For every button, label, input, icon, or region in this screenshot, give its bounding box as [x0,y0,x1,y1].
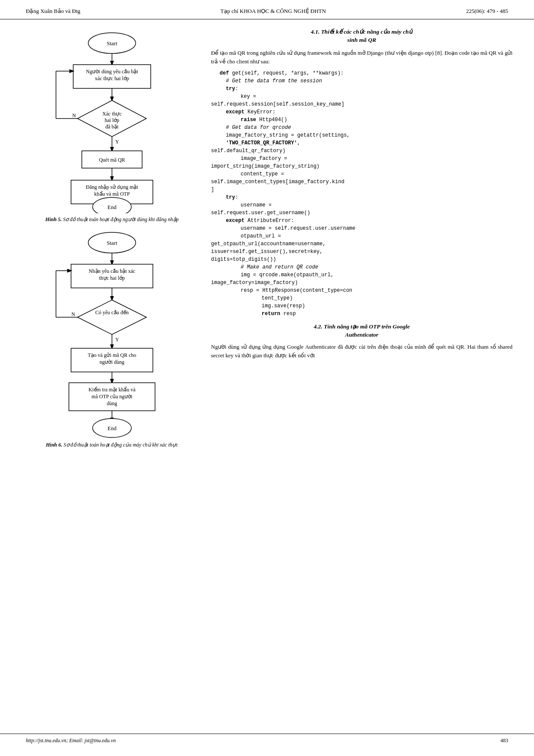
code-line-24: issuer=self.get_issuer(),secret=key, [211,248,512,256]
section42-body: Người dùng sử dụng ứng dụng Google Authe… [211,343,512,360]
code-line-2: # Get the data from the session [211,77,512,85]
svg-text:N: N [72,112,76,119]
code-line-27: img = qrcode.make(otpauth_url, [211,271,512,279]
svg-text:Y: Y [115,139,119,145]
code-line-9: image_factory_string = getattr(settings, [211,131,512,139]
svg-text:thực hai lớp: thực hai lớp [99,275,125,281]
svg-text:Quét mã QR: Quét mã QR [99,157,125,163]
section41-title: 4.1. Thiết kế các chức năng của máy chủ … [211,28,512,44]
svg-text:dùng: dùng [107,400,117,406]
code-line-8: # Get data for qrcode [211,124,512,131]
code-line-29: resp = HttpResponse(content_type=con [211,287,512,294]
page: Đặng Xuân Bảo và Đtg Tạp chí KHOA HỌC & … [0,0,534,756]
code-line-15: self.image_content_types[image_factory.k… [211,178,512,186]
svg-text:Start: Start [107,40,118,47]
code-line-32: return resp [211,310,512,318]
code-line-22: otpauth_url = [211,232,512,240]
svg-text:Y: Y [115,337,119,343]
code-line-20: except AttributeError: [211,217,512,225]
svg-text:Tạo và gửi mã QR cho: Tạo và gửi mã QR cho [88,352,137,358]
figure5-container: Start Người dùng yêu cầu bật xác thực ha… [22,28,202,223]
header-center: Tạp chí KHOA HỌC & CÔNG NGHỆ ĐHTN [220,8,326,15]
page-header: Đặng Xuân Bảo và Đtg Tạp chí KHOA HỌC & … [0,0,534,19]
code-line-25: digits=totp_digits()) [211,256,512,263]
code-line-19: self.request.user.get_username() [211,209,512,217]
svg-text:người dùng: người dùng [99,359,124,365]
svg-text:đã bật: đã bật [106,124,119,130]
svg-text:hai lớp: hai lớp [105,117,119,123]
svg-text:End: End [108,425,117,431]
code-line-5: self.request.session[self.session_key_na… [211,100,512,108]
svg-text:End: End [108,204,117,210]
code-line-3: try: [211,85,512,93]
code-line-6: except KeyError: [211,108,512,116]
svg-text:Đăng nhập sử dụng mật: Đăng nhập sử dụng mật [86,184,138,190]
svg-text:Kiểm tra mật khẩu và: Kiểm tra mật khẩu và [89,387,136,393]
page-footer: http://jst.tnu.edu.vn; Email: jst@tnu.ed… [0,734,534,747]
header-left: Đặng Xuân Bảo và Đtg [26,8,81,15]
code-line-4: key = [211,93,512,100]
code-line-7: raise Http404() [211,116,512,124]
figure5-svg: Start Người dùng yêu cầu bật xác thực ha… [39,28,185,213]
code-line-16: ] [211,186,512,194]
code-line-13: import_string(image_factory_string) [211,162,512,170]
section42-title: 4.2. Tính năng tạo mã OTP trên Google Au… [211,323,512,339]
code-line-14: content_type = [211,170,512,178]
code-block: def get(self, request, *args, **kwargs):… [211,69,512,318]
code-line-10: 'TWO_FACTOR_QR_FACTORY', [211,139,512,147]
code-line-17: try: [211,194,512,201]
section41-body: Để tạo mã QR trong nghiên cứu sử dụng fr… [211,49,512,66]
main-content: Start Người dùng yêu cầu bật xác thực ha… [0,19,534,453]
code-line-30: tent_type) [211,294,512,302]
code-line-18: username = [211,201,512,209]
code-line-26: # Make and return QR code [211,263,512,271]
code-line-31: img.save(resp) [211,302,512,310]
code-line-11: self.default_qr_factory) [211,147,512,155]
svg-text:Xác thực: Xác thực [102,111,122,117]
header-right: 225(06): 479 - 485 [466,8,508,15]
svg-text:Nhận yêu cầu bật xác: Nhận yêu cầu bật xác [89,268,135,274]
code-line-12: image_factory = [211,155,512,162]
figure6-caption: Hình 6. Sơ đồ thuật toán hoạt động của m… [46,441,178,449]
footer-left: http://jst.tnu.edu.vn; Email: jst@tnu.ed… [26,737,116,744]
svg-text:Người dùng yêu cầu bật: Người dùng yêu cầu bật [86,69,139,75]
svg-marker-34 [78,300,146,334]
svg-text:xác thực hai lớp: xác thực hai lớp [95,75,129,81]
svg-text:N: N [71,311,75,317]
figure6-svg: Start Nhận yêu cầu bật xác thực hai lớp … [39,228,185,439]
code-line-1: def get(self, request, *args, **kwargs): [211,69,512,77]
figure5-caption: Hình 5. Sơ đồ thuật toán hoạt động người… [45,216,178,223]
code-line-28: image_factory=image_factory) [211,279,512,287]
svg-text:Có yêu cầu đến: Có yêu cầu đến [95,309,129,316]
svg-text:Start: Start [107,240,118,246]
svg-text:khẩu và mã OTP: khẩu và mã OTP [94,191,130,197]
code-line-21: username = self.request.user.username [211,225,512,232]
figure6-container: Start Nhận yêu cầu bật xác thực hai lớp … [22,228,202,449]
footer-right: 483 [500,737,508,744]
left-column: Start Người dùng yêu cầu bật xác thực ha… [22,28,202,453]
right-column: 4.1. Thiết kế các chức năng của máy chủ … [211,28,512,453]
code-line-23: get_otpauth_url(accountname=username, [211,240,512,248]
svg-text:mã OTP của người: mã OTP của người [92,394,133,400]
